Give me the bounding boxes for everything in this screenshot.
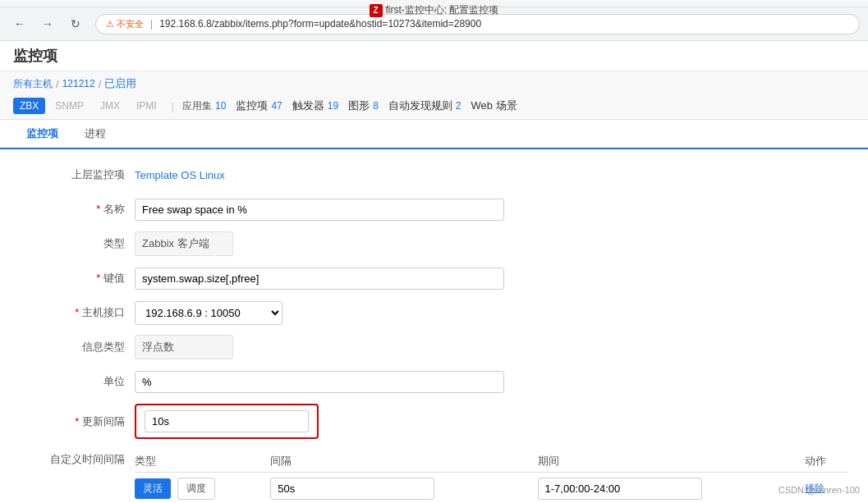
row1-interval <box>270 473 537 504</box>
col-period: 期间 <box>538 450 805 473</box>
all-hosts-link[interactable]: 所有主机 <box>13 77 53 91</box>
col-action: 动作 <box>805 450 848 473</box>
info-type-value: 浮点数 <box>135 335 848 359</box>
page-tab-title: first-监控中心: 配置监控项 <box>386 3 499 17</box>
unit-label: 单位 <box>20 374 135 389</box>
row1-type: 灵活 调度 <box>135 473 270 504</box>
security-warning: ⚠ 不安全 <box>106 18 144 30</box>
form-area: 上层监控项 Template OS Linux 名称 类型 Zabbix 客户端… <box>0 149 868 503</box>
parent-item-value: Template OS Linux <box>135 169 848 181</box>
browser-title-bar: Z first-监控中心: 配置监控项 <box>0 0 868 7</box>
name-input[interactable] <box>135 199 504 221</box>
host-id-link[interactable]: 121212 <box>62 78 95 89</box>
graph-count[interactable]: 8 <box>373 100 379 112</box>
host-status: 已启用 <box>104 76 136 91</box>
sub-tabs-bar: 监控项 进程 <box>0 120 868 149</box>
row1-period <box>538 473 805 504</box>
custom-interval-value: 类型 间隔 期间 动作 灵活 调度 <box>135 449 848 503</box>
name-row: 名称 <box>20 197 848 222</box>
watermark: CSDN @renren-100 <box>778 485 860 495</box>
address-separator: | <box>150 18 153 30</box>
trigger-link-label: 触发器 <box>292 98 324 113</box>
key-input[interactable] <box>135 268 504 290</box>
back-button[interactable]: ← <box>8 12 31 35</box>
host-interface-value: 192.168.6.9 : 10050 <box>135 301 848 325</box>
browser-title: Z first-监控中心: 配置监控项 <box>370 3 499 17</box>
breadcrumb: 所有主机 / 121212 / 已启用 <box>13 76 855 91</box>
page-title: 监控项 <box>13 48 57 64</box>
row1-interval-input[interactable] <box>270 478 434 500</box>
discovery-count[interactable]: 2 <box>456 100 462 112</box>
key-value <box>135 268 848 290</box>
app-set-count[interactable]: 10 <box>215 100 226 112</box>
type-row: 类型 Zabbix 客户端 <box>20 231 848 256</box>
update-interval-input[interactable] <box>145 410 309 432</box>
name-label: 名称 <box>20 202 135 217</box>
forward-button[interactable]: → <box>36 12 59 35</box>
trigger-count[interactable]: 19 <box>328 100 338 112</box>
row1-period-input[interactable] <box>538 478 702 500</box>
web-link-label: Web 场景 <box>471 98 517 113</box>
custom-interval-table: 类型 间隔 期间 动作 灵活 调度 <box>135 450 848 503</box>
filter-divider1: | <box>172 100 174 112</box>
monitor-count[interactable]: 47 <box>271 100 282 112</box>
key-label: 键值 <box>20 271 135 286</box>
update-interval-value <box>135 404 848 439</box>
col-interval: 间隔 <box>270 450 537 473</box>
name-value <box>135 199 848 221</box>
update-interval-row: 更新间隔 <box>20 404 848 439</box>
breadcrumb-sep1: / <box>56 78 59 90</box>
breadcrumb-sep2: / <box>99 78 102 90</box>
info-type-label: 信息类型 <box>20 340 135 354</box>
filter-tabs-bar: ZBX SNMP JMX IPMI | 应用集 10 监控项 47 触发器 19… <box>13 98 855 114</box>
unit-value <box>135 371 848 393</box>
info-type-row: 信息类型 浮点数 <box>20 335 848 359</box>
update-interval-label: 更新间隔 <box>20 414 135 429</box>
parent-item-row: 上层监控项 Template OS Linux <box>20 162 848 187</box>
custom-interval-label: 自定义时间间隔 <box>20 449 135 467</box>
tab-snmp[interactable]: SNMP <box>48 98 90 114</box>
key-row: 键值 <box>20 266 848 290</box>
graph-link-label: 图形 <box>348 98 370 113</box>
tab-jmx[interactable]: JMX <box>94 98 126 114</box>
unit-input[interactable] <box>135 371 504 393</box>
type-schedule-btn[interactable]: 调度 <box>177 478 215 500</box>
host-interface-label: 主机接口 <box>20 305 135 320</box>
custom-interval-row: 自定义时间间隔 类型 间隔 期间 动作 灵活 <box>20 449 848 503</box>
discovery-link-label: 自动发现规则 <box>388 98 452 113</box>
security-text: 不安全 <box>117 19 144 29</box>
browser-favicon: Z <box>370 4 383 17</box>
custom-interval-row-1: 灵活 调度 移除 <box>135 473 848 504</box>
url-text: 192.168.6.8/zabbix/items.php?form=update… <box>159 18 481 30</box>
type-value: Zabbix 客户端 <box>135 231 848 256</box>
unit-row: 单位 <box>20 369 848 394</box>
update-interval-highlight <box>135 404 319 439</box>
app-set-link-label: 应用集 <box>182 99 212 113</box>
host-interface-row: 主机接口 192.168.6.9 : 10050 <box>20 300 848 325</box>
type-field: Zabbix 客户端 <box>135 231 233 256</box>
col-type: 类型 <box>135 450 270 473</box>
tab-zbx[interactable]: ZBX <box>13 98 45 114</box>
tab-monitor-items[interactable]: 监控项 <box>13 120 71 149</box>
page-wrapper: 监控项 所有主机 / 121212 / 已启用 ZBX SNMP JMX IPM… <box>0 41 868 503</box>
tab-ipmi[interactable]: IPMI <box>130 98 163 114</box>
reload-button[interactable]: ↻ <box>64 12 87 35</box>
info-type-field: 浮点数 <box>135 335 233 359</box>
page-header: 所有主机 / 121212 / 已启用 ZBX SNMP JMX IPMI | … <box>0 71 868 120</box>
parent-item-link[interactable]: Template OS Linux <box>135 169 225 181</box>
page-title-bar: 监控项 <box>0 41 868 71</box>
host-interface-select[interactable]: 192.168.6.9 : 10050 <box>135 301 282 325</box>
type-label: 类型 <box>20 236 135 251</box>
type-flexible-btn[interactable]: 灵活 <box>135 478 171 499</box>
monitor-link-label: 监控项 <box>236 98 268 113</box>
nav-buttons: ← → ↻ <box>8 12 87 35</box>
parent-item-label: 上层监控项 <box>20 167 135 182</box>
tab-process[interactable]: 进程 <box>71 120 119 149</box>
